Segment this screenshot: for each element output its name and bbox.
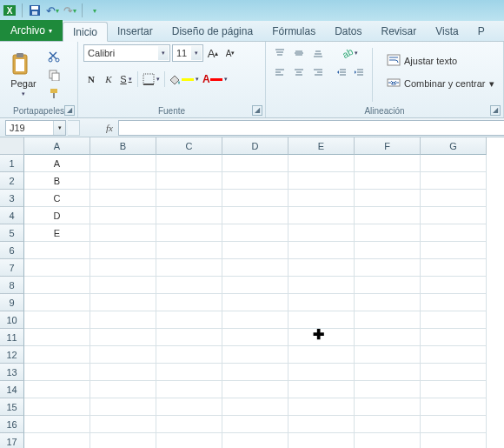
column-header-B[interactable]: B	[90, 137, 156, 155]
cell-G12[interactable]	[421, 346, 487, 364]
cell-F13[interactable]	[355, 364, 421, 381]
orientation-button[interactable]: ab▾	[334, 44, 367, 62]
align-top-button[interactable]	[271, 44, 288, 62]
cell-G10[interactable]	[421, 311, 487, 329]
cell-C4[interactable]	[156, 207, 222, 224]
row-header-9[interactable]: 9	[0, 294, 24, 311]
cell-B1[interactable]	[90, 155, 156, 172]
cell-B12[interactable]	[90, 346, 156, 364]
cell-C8[interactable]	[156, 277, 222, 294]
row-header-16[interactable]: 16	[0, 416, 24, 433]
row-header-4[interactable]: 4	[0, 207, 24, 224]
cell-B3[interactable]	[90, 190, 156, 207]
cell-A4[interactable]: D	[24, 207, 90, 224]
font-dialog-launcher[interactable]: ◢	[252, 105, 262, 116]
cell-C2[interactable]	[156, 172, 222, 190]
cell-C3[interactable]	[156, 190, 222, 207]
cell-G11[interactable]	[421, 329, 487, 346]
cell-D10[interactable]	[222, 311, 288, 329]
cell-D15[interactable]	[222, 398, 288, 416]
row-header-3[interactable]: 3	[0, 190, 24, 207]
cell-A7[interactable]	[24, 259, 90, 277]
cell-B17[interactable]	[90, 433, 156, 448]
row-header-8[interactable]: 8	[0, 277, 24, 294]
align-center-button[interactable]	[290, 64, 308, 81]
cell-D4[interactable]	[222, 207, 288, 224]
cell-C6[interactable]	[156, 242, 222, 259]
bold-button[interactable]: N	[83, 70, 99, 88]
cell-G8[interactable]	[421, 277, 487, 294]
format-painter-button[interactable]	[45, 85, 63, 101]
column-header-F[interactable]: F	[355, 137, 421, 155]
fx-icon[interactable]: fx	[106, 123, 113, 133]
merge-center-button[interactable]: a Combinar y centrar▾	[383, 74, 498, 93]
cell-B2[interactable]	[90, 172, 156, 190]
cell-D1[interactable]	[222, 155, 288, 172]
spreadsheet-grid[interactable]: ABCDEFG1A2B3C4D5E67891011121314151617	[0, 137, 504, 448]
cell-F6[interactable]	[355, 242, 421, 259]
cell-G15[interactable]	[421, 398, 487, 416]
row-header-13[interactable]: 13	[0, 364, 24, 381]
tab-inicio[interactable]: Inicio	[63, 22, 108, 42]
cell-G1[interactable]	[421, 155, 487, 172]
cell-F3[interactable]	[355, 190, 421, 207]
cell-G7[interactable]	[421, 259, 487, 277]
alignment-dialog-launcher[interactable]: ◢	[490, 105, 501, 116]
cell-D16[interactable]	[222, 416, 288, 433]
cell-C17[interactable]	[156, 433, 222, 448]
cell-C1[interactable]	[156, 155, 222, 172]
cell-A11[interactable]	[24, 329, 90, 346]
column-header-C[interactable]: C	[156, 137, 222, 155]
cell-G17[interactable]	[421, 433, 487, 448]
qat-customize[interactable]: ▾	[87, 3, 103, 18]
cell-A10[interactable]	[24, 311, 90, 329]
cell-F16[interactable]	[355, 416, 421, 433]
cell-C13[interactable]	[156, 364, 222, 381]
cell-E14[interactable]	[288, 381, 355, 398]
column-header-D[interactable]: D	[222, 137, 288, 155]
cell-G14[interactable]	[421, 381, 487, 398]
cell-B5[interactable]	[90, 224, 156, 242]
tab-diseno[interactable]: Diseño de página	[162, 21, 262, 41]
wrap-text-button[interactable]: Ajustar texto	[383, 51, 498, 70]
cell-A6[interactable]	[24, 242, 90, 259]
cell-D11[interactable]	[222, 329, 288, 346]
cell-A16[interactable]	[24, 416, 90, 433]
cell-A9[interactable]	[24, 294, 90, 311]
cell-B9[interactable]	[90, 294, 156, 311]
cell-G6[interactable]	[421, 242, 487, 259]
cell-F1[interactable]	[355, 155, 421, 172]
cell-D12[interactable]	[222, 346, 288, 364]
cell-A12[interactable]	[24, 346, 90, 364]
cell-E13[interactable]	[288, 364, 355, 381]
cell-E16[interactable]	[288, 416, 355, 433]
cell-E3[interactable]	[288, 190, 355, 207]
cell-B7[interactable]	[90, 259, 156, 277]
row-header-6[interactable]: 6	[0, 242, 24, 259]
cell-E9[interactable]	[288, 294, 355, 311]
cell-D8[interactable]	[222, 277, 288, 294]
save-button[interactable]	[27, 3, 43, 18]
row-header-5[interactable]: 5	[0, 224, 24, 242]
cell-B15[interactable]	[90, 398, 156, 416]
cell-E15[interactable]	[288, 398, 355, 416]
grow-font-button[interactable]: A▴	[205, 44, 221, 62]
cell-C12[interactable]	[156, 346, 222, 364]
cell-B10[interactable]	[90, 311, 156, 329]
column-header-A[interactable]: A	[24, 137, 90, 155]
cell-F2[interactable]	[355, 172, 421, 190]
cell-B6[interactable]	[90, 242, 156, 259]
copy-button[interactable]	[45, 67, 63, 83]
cell-F10[interactable]	[355, 311, 421, 329]
underline-button[interactable]: S▾	[118, 70, 134, 88]
row-header-15[interactable]: 15	[0, 398, 24, 416]
cell-B4[interactable]	[90, 207, 156, 224]
cell-E1[interactable]	[288, 155, 355, 172]
undo-button[interactable]: ↶▾	[44, 3, 60, 18]
cell-F11[interactable]	[355, 329, 421, 346]
cell-E10[interactable]	[288, 311, 355, 329]
cell-B13[interactable]	[90, 364, 156, 381]
cell-B8[interactable]	[90, 277, 156, 294]
font-size-combo[interactable]: 11▾	[172, 44, 203, 62]
row-header-17[interactable]: 17	[0, 433, 24, 448]
